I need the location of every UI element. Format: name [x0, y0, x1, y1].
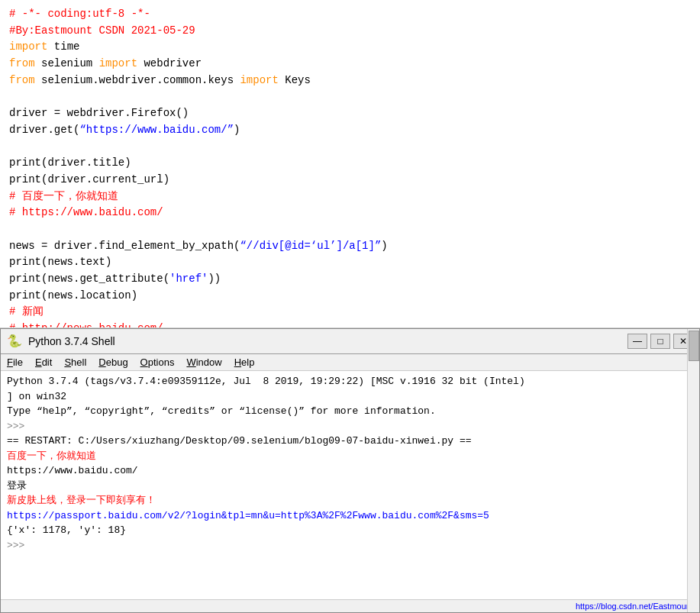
code-line: #By:Eastmount CSDN 2021-05-29: [9, 23, 691, 40]
shell-title: Python 3.7.4 Shell: [28, 335, 621, 347]
shell-output-line: 登录: [7, 479, 693, 494]
code-line: [9, 221, 691, 238]
shell-output-line: {'x': 1178, 'y': 18}: [7, 523, 693, 538]
menu-item-options[interactable]: Options: [140, 357, 175, 368]
shell-output-line: >>>: [7, 419, 693, 434]
scrollbar[interactable]: [687, 371, 699, 599]
menu-item-file[interactable]: File: [7, 357, 23, 368]
menu-item-edit[interactable]: Edit: [35, 357, 52, 368]
shell-output-line: == RESTART: C:/Users/xiuzhang/Desktop/09…: [7, 434, 693, 449]
shell-output-line: https://passport.baidu.com/v2/?login&tpl…: [7, 508, 693, 524]
code-line: print(news.get_attribute('href')): [9, 271, 691, 288]
code-line: import time: [9, 39, 691, 56]
shell-titlebar: 🐍 Python 3.7.4 Shell — □ ✕: [1, 329, 699, 354]
menu-item-window[interactable]: Window: [186, 357, 221, 368]
shell-menubar: FileEditShellDebugOptionsWindowHelp: [1, 354, 699, 371]
code-line: # https://www.baidu.com/: [9, 205, 691, 221]
shell-output-line: ] on win32: [7, 389, 693, 405]
code-line: driver.get(“https://www.baidu.com/”): [9, 122, 691, 139]
code-line: news = driver.find_element_by_xpath(“//d…: [9, 238, 691, 255]
code-line: print(news.location): [9, 288, 691, 305]
window-controls: — □ ✕: [627, 334, 693, 349]
code-line: from selenium.webdriver.common.keys impo…: [9, 73, 691, 89]
code-line: [9, 139, 691, 156]
menu-item-shell[interactable]: Shell: [64, 357, 86, 368]
shell-output-line: https://www.baidu.com/: [7, 463, 693, 479]
code-line: driver = webdriver.Firefox(): [9, 105, 691, 122]
shell-statusbar: https://blog.csdn.net/Eastmount: [1, 599, 699, 612]
code-line: from selenium import webdriver: [9, 56, 691, 73]
code-line: [9, 89, 691, 105]
shell-output-line: 百度一下，你就知道: [7, 449, 693, 464]
menu-item-help[interactable]: Help: [234, 357, 255, 368]
shell-output-line: >>>: [7, 538, 693, 553]
maximize-button[interactable]: □: [650, 334, 670, 349]
shell-output-line: 新皮肤上线，登录一下即刻享有！: [7, 493, 693, 508]
code-line: print(driver.current_url): [9, 172, 691, 189]
code-editor: # -*- coding:utf-8 -*-#By:Eastmount CSDN…: [0, 0, 700, 328]
shell-content: Python 3.7.4 (tags/v3.7.4:e09359112e, Ju…: [1, 371, 699, 599]
code-line: # 新闻: [9, 304, 691, 321]
code-line: print(news.text): [9, 254, 691, 271]
code-line: # http://news.baidu.com/: [9, 321, 691, 328]
code-line: # 百度一下，你就知道: [9, 189, 691, 205]
menu-item-debug[interactable]: Debug: [98, 357, 127, 368]
minimize-button[interactable]: —: [627, 334, 647, 349]
shell-output-line: Type “help”, “copyright”, “credits” or “…: [7, 404, 693, 419]
shell-output-line: Python 3.7.4 (tags/v3.7.4:e09359112e, Ju…: [7, 374, 693, 389]
code-line: print(driver.title): [9, 155, 691, 172]
shell-window: 🐍 Python 3.7.4 Shell — □ ✕ FileEditShell…: [0, 328, 700, 613]
code-line: # -*- coding:utf-8 -*-: [9, 6, 691, 23]
python-icon: 🐍: [7, 334, 22, 349]
